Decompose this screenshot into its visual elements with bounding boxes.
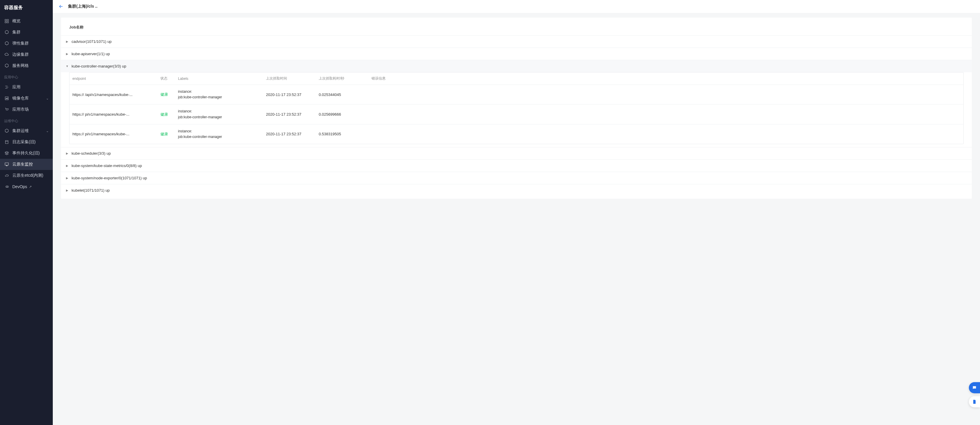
monitor-icon <box>5 162 9 167</box>
caret-right-icon: ▶ <box>65 189 69 192</box>
cell-duration: 0.025699666 <box>319 112 372 117</box>
sidebar-item-label: 应用 <box>12 85 21 90</box>
hex-icon <box>5 129 9 133</box>
hex-icon <box>4 41 10 46</box>
sidebar-item-label: 弹性集群 <box>12 41 29 46</box>
job-name: kube-scheduler(3/3) up <box>72 151 111 155</box>
chat-icon <box>972 385 977 390</box>
cell-time: 2020-11-17 23:52:37 <box>266 132 319 136</box>
sidebar-item-弹性集群[interactable]: 弹性集群 <box>0 38 53 49</box>
job-row[interactable]: ▼kube-controller-manager(3/3) up <box>61 60 972 72</box>
sidebar-item-DevOps[interactable]: DevOps↗ <box>0 181 53 192</box>
col-duration: 上次抓取耗时/秒 <box>319 76 372 81</box>
col-last-scrape: 上次抓取时间 <box>266 76 319 81</box>
sidebar-item-镜像仓库[interactable]: 镜像仓库⌄ <box>0 93 53 104</box>
job-detail: endpoint状态Labels上次抓取时间上次抓取耗时/秒错误信息https:… <box>61 72 972 147</box>
job-name: kube-system/kube-state-metrics/0(8/8) up <box>72 163 142 168</box>
cell-labels: instance: job:kube-controller-manager <box>178 89 266 100</box>
document-icon <box>972 399 977 404</box>
sidebar-title: 容器服务 <box>0 0 53 16</box>
col-endpoint: endpoint <box>72 77 161 81</box>
job-row[interactable]: ▶kube-system/node-exporter/0(1071/1071) … <box>61 172 972 184</box>
cell-status: 健康 <box>161 131 178 137</box>
job-row[interactable]: ▶kube-scheduler(3/3) up <box>61 147 972 159</box>
grid-icon <box>4 19 10 24</box>
job-name: kube-controller-manager(3/3) up <box>72 64 126 69</box>
caret-right-icon: ▶ <box>65 164 69 167</box>
grid-icon <box>5 19 9 24</box>
cell-duration: 0.538319505 <box>319 132 372 136</box>
sidebar-item-应用[interactable]: 应用 <box>0 81 53 93</box>
external-icon: ↗ <box>29 185 32 189</box>
hex-icon <box>4 63 10 69</box>
cell-endpoint: https:// /api/v1/namespaces/kube-... <box>72 93 161 97</box>
hex-icon <box>4 30 10 35</box>
job-name: kubelet(1071/1071) up <box>72 188 110 193</box>
job-row[interactable]: ▶kubelet(1071/1071) up <box>61 184 972 197</box>
inf-icon <box>5 184 9 189</box>
arrow-left-icon <box>59 4 63 9</box>
sidebar-item-label: DevOps <box>12 184 27 189</box>
sidebar-item-事件持久化(旧)[interactable]: 事件持久化(旧) <box>0 148 53 159</box>
cal-icon <box>4 139 10 145</box>
table-row: https:// pi/v1/namespaces/kube-...健康inst… <box>70 124 963 144</box>
sidebar-item-云原生监控[interactable]: 云原生监控 <box>0 159 53 170</box>
hex-icon <box>4 128 10 134</box>
job-row[interactable]: ▶kube-system/kube-state-metrics/0(8/8) u… <box>61 159 972 172</box>
sidebar-item-边缘集群[interactable]: 边缘集群 <box>0 49 53 60</box>
chat-button[interactable] <box>969 382 980 393</box>
cell-status: 健康 <box>161 112 178 117</box>
job-row[interactable]: ▶cadvisor(1071/1071) up <box>61 35 972 48</box>
chevron-down-icon: ⌄ <box>46 129 49 133</box>
sidebar: 容器服务 概览集群弹性集群边缘集群服务网格应用中心应用镜像仓库⌄应用市场运维中心… <box>0 0 53 425</box>
sidebar-section-title: 运维中心 <box>0 115 53 125</box>
cell-labels: instance: job:kube-controller-manager <box>178 129 266 140</box>
cell-duration: 0.025344045 <box>319 93 372 97</box>
hex-icon <box>5 30 9 35</box>
sidebar-item-日志采集(旧)[interactable]: 日志采集(旧) <box>0 136 53 148</box>
card-header: Job名称 <box>61 18 972 35</box>
job-list: ▶cadvisor(1071/1071) up▶kube-apiserver(1… <box>61 35 972 197</box>
float-buttons <box>969 382 980 407</box>
sidebar-item-label: 应用市场 <box>12 107 29 112</box>
cell-time: 2020-11-17 23:52:37 <box>266 93 319 97</box>
doc-button[interactable] <box>969 396 980 407</box>
col-labels: Labels <box>178 77 266 81</box>
cloud-icon <box>5 52 9 57</box>
sidebar-item-label: 概览 <box>12 19 21 24</box>
stack-icon <box>5 151 9 155</box>
cart-icon <box>4 107 10 112</box>
cell-status: 健康 <box>161 92 178 97</box>
link-icon <box>4 173 10 178</box>
cell-endpoint: https:// pi/v1/namespaces/kube-... <box>72 132 161 136</box>
breadcrumb: 集群(上海)/cls .. <box>68 4 97 9</box>
caret-right-icon: ▶ <box>65 40 69 43</box>
hex-icon <box>5 63 9 68</box>
back-button[interactable] <box>59 4 63 9</box>
job-name: cadvisor(1071/1071) up <box>72 39 112 44</box>
sidebar-item-云原生etcd(内测)[interactable]: 云原生etcd(内测) <box>0 170 53 181</box>
cell-endpoint: https:// pi/v1/namespaces/kube-... <box>72 112 161 117</box>
job-name: kube-apiserver(1/1) up <box>72 52 110 56</box>
sidebar-item-label: 日志采集(旧) <box>12 139 35 145</box>
sidebar-item-label: 集群运维 <box>12 128 29 134</box>
sidebar-item-集群运维[interactable]: 集群运维⌄ <box>0 125 53 136</box>
cell-labels: instance: job:kube-controller-manager <box>178 109 266 120</box>
cloud-icon <box>4 52 10 57</box>
caret-right-icon: ▶ <box>65 152 69 155</box>
caret-right-icon: ▶ <box>65 176 69 180</box>
sidebar-item-label: 事件持久化(旧) <box>12 150 40 156</box>
job-row[interactable]: ▶kube-apiserver(1/1) up <box>61 48 972 60</box>
sidebar-item-服务网格[interactable]: 服务网格 <box>0 60 53 71</box>
sidebar-item-label: 云原生监控 <box>12 162 33 167</box>
sidebar-item-应用市场[interactable]: 应用市场 <box>0 104 53 115</box>
adjust-icon <box>5 85 9 89</box>
col-status: 状态 <box>161 76 178 81</box>
table-row: https:// pi/v1/namespaces/kube-...健康inst… <box>70 104 963 124</box>
sidebar-item-label: 集群 <box>12 30 21 35</box>
sidebar-item-label: 边缘集群 <box>12 52 29 57</box>
sidebar-item-集群[interactable]: 集群 <box>0 27 53 38</box>
sidebar-item-概览[interactable]: 概览 <box>0 16 53 27</box>
stack-icon <box>4 150 10 156</box>
monitor-icon <box>4 162 10 167</box>
